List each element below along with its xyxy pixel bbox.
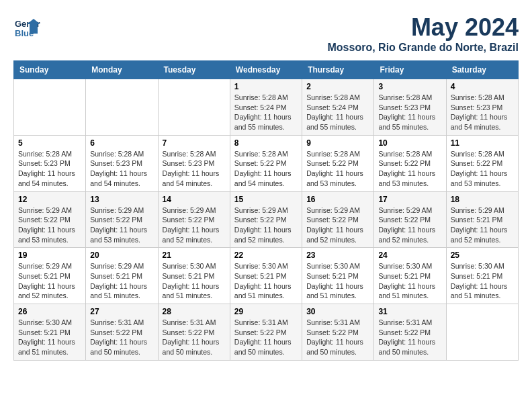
day-info: Sunrise: 5:31 AMSunset: 5:22 PMDaylight:…: [90, 318, 153, 357]
day-number: 2: [306, 82, 369, 91]
day-info: Sunrise: 5:30 AMSunset: 5:21 PMDaylight:…: [451, 261, 514, 301]
day-number: 12: [18, 195, 81, 204]
day-info: Sunrise: 5:30 AMSunset: 5:21 PMDaylight:…: [163, 261, 226, 301]
day-info: Sunrise: 5:29 AMSunset: 5:22 PMDaylight:…: [163, 205, 226, 245]
day-info: Sunrise: 5:29 AMSunset: 5:22 PMDaylight:…: [306, 205, 369, 245]
day-cell: 27Sunrise: 5:31 AMSunset: 5:22 PMDayligh…: [86, 304, 158, 361]
day-info: Sunrise: 5:28 AMSunset: 5:23 PMDaylight:…: [378, 93, 441, 132]
day-number: 18: [451, 195, 514, 204]
day-number: 25: [451, 250, 514, 260]
day-info: Sunrise: 5:28 AMSunset: 5:24 PMDaylight:…: [234, 93, 298, 132]
day-cell: 8Sunrise: 5:28 AMSunset: 5:22 PMDaylight…: [230, 135, 302, 191]
day-info: Sunrise: 5:31 AMSunset: 5:22 PMDaylight:…: [163, 318, 226, 357]
day-info: Sunrise: 5:30 AMSunset: 5:21 PMDaylight:…: [378, 261, 441, 301]
page-header: General Blue May 2024 Mossoro, Rio Grand…: [13, 13, 519, 54]
calendar-body: 1Sunrise: 5:28 AMSunset: 5:24 PMDaylight…: [14, 79, 519, 361]
day-number: 16: [306, 195, 369, 204]
day-header-wednesday: Wednesday: [230, 61, 302, 79]
day-info: Sunrise: 5:28 AMSunset: 5:22 PMDaylight:…: [306, 149, 369, 189]
day-info: Sunrise: 5:29 AMSunset: 5:22 PMDaylight:…: [378, 205, 441, 245]
day-info: Sunrise: 5:30 AMSunset: 5:21 PMDaylight:…: [306, 261, 369, 301]
day-cell: 3Sunrise: 5:28 AMSunset: 5:23 PMDaylight…: [374, 79, 446, 136]
logo-icon: General Blue: [13, 13, 40, 40]
day-cell: 24Sunrise: 5:30 AMSunset: 5:21 PMDayligh…: [374, 248, 446, 304]
day-cell: 14Sunrise: 5:29 AMSunset: 5:22 PMDayligh…: [158, 191, 230, 248]
day-number: 10: [378, 138, 441, 148]
day-cell: [14, 79, 86, 136]
day-cell: 10Sunrise: 5:28 AMSunset: 5:22 PMDayligh…: [374, 135, 446, 191]
day-info: Sunrise: 5:28 AMSunset: 5:23 PMDaylight:…: [451, 93, 514, 132]
day-number: 24: [378, 250, 441, 260]
day-cell: 9Sunrise: 5:28 AMSunset: 5:22 PMDaylight…: [302, 135, 374, 191]
day-header-thursday: Thursday: [302, 61, 374, 79]
day-cell: [86, 79, 158, 136]
day-number: 28: [163, 307, 226, 316]
day-cell: 18Sunrise: 5:29 AMSunset: 5:21 PMDayligh…: [446, 191, 518, 248]
day-cell: 26Sunrise: 5:30 AMSunset: 5:21 PMDayligh…: [14, 304, 86, 361]
day-cell: 12Sunrise: 5:29 AMSunset: 5:22 PMDayligh…: [14, 191, 86, 248]
day-number: 4: [451, 82, 514, 91]
day-cell: 17Sunrise: 5:29 AMSunset: 5:22 PMDayligh…: [374, 191, 446, 248]
day-cell: 20Sunrise: 5:29 AMSunset: 5:21 PMDayligh…: [86, 248, 158, 304]
day-number: 17: [378, 195, 441, 204]
day-number: 27: [90, 307, 153, 316]
day-cell: 16Sunrise: 5:29 AMSunset: 5:22 PMDayligh…: [302, 191, 374, 248]
day-info: Sunrise: 5:29 AMSunset: 5:22 PMDaylight:…: [18, 205, 81, 245]
day-cell: 19Sunrise: 5:29 AMSunset: 5:21 PMDayligh…: [14, 248, 86, 304]
day-cell: [158, 79, 230, 136]
week-row-5: 26Sunrise: 5:30 AMSunset: 5:21 PMDayligh…: [14, 304, 519, 361]
day-cell: 13Sunrise: 5:29 AMSunset: 5:22 PMDayligh…: [86, 191, 158, 248]
day-cell: 4Sunrise: 5:28 AMSunset: 5:23 PMDaylight…: [446, 79, 518, 136]
title-block: May 2024 Mossoro, Rio Grande do Norte, B…: [328, 13, 519, 54]
day-cell: 6Sunrise: 5:28 AMSunset: 5:23 PMDaylight…: [86, 135, 158, 191]
day-number: 3: [378, 82, 441, 91]
day-number: 5: [18, 138, 81, 148]
day-info: Sunrise: 5:29 AMSunset: 5:21 PMDaylight:…: [90, 261, 153, 301]
day-number: 6: [90, 138, 153, 148]
day-info: Sunrise: 5:30 AMSunset: 5:21 PMDaylight:…: [234, 261, 298, 301]
week-row-2: 5Sunrise: 5:28 AMSunset: 5:23 PMDaylight…: [14, 135, 519, 191]
day-number: 19: [18, 250, 81, 260]
day-number: 31: [378, 307, 441, 316]
day-cell: 28Sunrise: 5:31 AMSunset: 5:22 PMDayligh…: [158, 304, 230, 361]
day-number: 7: [163, 138, 226, 148]
week-row-4: 19Sunrise: 5:29 AMSunset: 5:21 PMDayligh…: [14, 248, 519, 304]
header-row: SundayMondayTuesdayWednesdayThursdayFrid…: [14, 61, 519, 79]
day-number: 14: [163, 195, 226, 204]
day-info: Sunrise: 5:31 AMSunset: 5:22 PMDaylight:…: [234, 318, 298, 357]
day-info: Sunrise: 5:28 AMSunset: 5:22 PMDaylight:…: [234, 149, 298, 189]
day-cell: 11Sunrise: 5:28 AMSunset: 5:22 PMDayligh…: [446, 135, 518, 191]
day-cell: 2Sunrise: 5:28 AMSunset: 5:24 PMDaylight…: [302, 79, 374, 136]
day-number: 1: [234, 82, 298, 91]
day-info: Sunrise: 5:28 AMSunset: 5:22 PMDaylight:…: [378, 149, 441, 189]
day-number: 15: [234, 195, 298, 204]
day-info: Sunrise: 5:28 AMSunset: 5:23 PMDaylight:…: [90, 149, 153, 189]
day-number: 29: [234, 307, 298, 316]
day-header-sunday: Sunday: [14, 61, 86, 79]
day-info: Sunrise: 5:28 AMSunset: 5:24 PMDaylight:…: [306, 93, 369, 132]
day-info: Sunrise: 5:29 AMSunset: 5:21 PMDaylight:…: [451, 205, 514, 245]
day-cell: 30Sunrise: 5:31 AMSunset: 5:22 PMDayligh…: [302, 304, 374, 361]
day-cell: [446, 304, 518, 361]
week-row-1: 1Sunrise: 5:28 AMSunset: 5:24 PMDaylight…: [14, 79, 519, 136]
day-cell: 21Sunrise: 5:30 AMSunset: 5:21 PMDayligh…: [158, 248, 230, 304]
day-info: Sunrise: 5:30 AMSunset: 5:21 PMDaylight:…: [18, 318, 81, 357]
day-info: Sunrise: 5:28 AMSunset: 5:22 PMDaylight:…: [451, 149, 514, 189]
calendar-header: SundayMondayTuesdayWednesdayThursdayFrid…: [14, 61, 519, 79]
day-number: 30: [306, 307, 369, 316]
day-number: 9: [306, 138, 369, 148]
day-cell: 29Sunrise: 5:31 AMSunset: 5:22 PMDayligh…: [230, 304, 302, 361]
day-cell: 1Sunrise: 5:28 AMSunset: 5:24 PMDaylight…: [230, 79, 302, 136]
day-info: Sunrise: 5:29 AMSunset: 5:22 PMDaylight:…: [90, 205, 153, 245]
day-info: Sunrise: 5:28 AMSunset: 5:23 PMDaylight:…: [18, 149, 81, 189]
day-cell: 5Sunrise: 5:28 AMSunset: 5:23 PMDaylight…: [14, 135, 86, 191]
day-info: Sunrise: 5:29 AMSunset: 5:22 PMDaylight:…: [234, 205, 298, 245]
day-number: 22: [234, 250, 298, 260]
location-title: Mossoro, Rio Grande do Norte, Brazil: [328, 42, 519, 54]
day-cell: 23Sunrise: 5:30 AMSunset: 5:21 PMDayligh…: [302, 248, 374, 304]
day-number: 26: [18, 307, 81, 316]
day-info: Sunrise: 5:31 AMSunset: 5:22 PMDaylight:…: [378, 318, 441, 357]
day-number: 11: [451, 138, 514, 148]
calendar-table: SundayMondayTuesdayWednesdayThursdayFrid…: [13, 60, 519, 361]
day-number: 13: [90, 195, 153, 204]
